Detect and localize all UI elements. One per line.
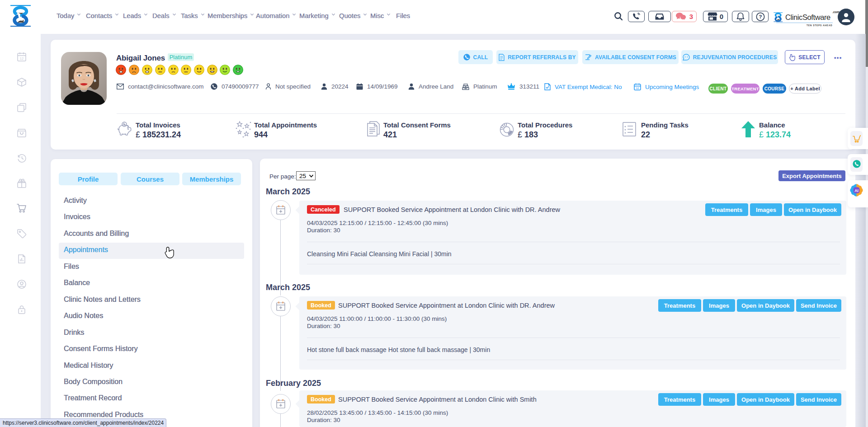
svg-text:12: 12 <box>20 56 24 61</box>
svg-text:?: ? <box>759 14 762 19</box>
svg-text:AI: AI <box>854 188 859 193</box>
svg-text:12: 12 <box>636 87 639 89</box>
